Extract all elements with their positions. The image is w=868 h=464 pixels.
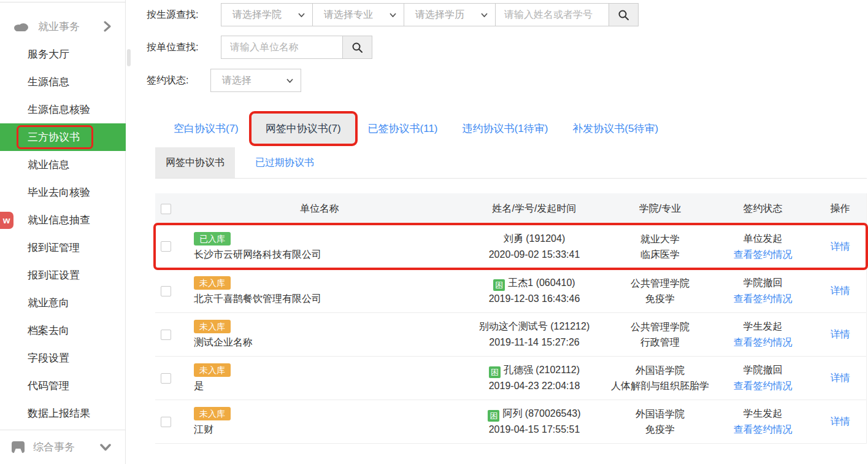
sidebar-section-employment[interactable]: 就业事务	[0, 12, 126, 41]
subtab-网签中协议书[interactable]: 网签中协议书	[155, 147, 235, 178]
sign-status: 学生发起	[712, 406, 813, 422]
initiated-time: 2019-04-15 17:55:51	[461, 422, 608, 438]
tab-网签中协议书(7)[interactable]: 网签中协议书(7)	[251, 114, 356, 144]
storage-status-badge: 未入库	[194, 407, 231, 420]
chevron-down-icon	[298, 13, 305, 17]
tab-label: 网签中协议书(7)	[266, 123, 341, 134]
sidebar-item-label: 档案去向	[28, 323, 69, 338]
sidebar-item-label: 字段设置	[28, 351, 69, 365]
chevron-right-icon	[104, 21, 111, 32]
status-filter-row: 请选择	[210, 69, 301, 92]
college-select-value: 请选择学院	[232, 9, 282, 21]
row-checkbox[interactable]	[161, 241, 171, 252]
table-row: 未入库 是 困孔德强 (2102112) 2019-04-23 22:04:18…	[155, 357, 866, 400]
unit-search-button[interactable]	[342, 36, 372, 59]
view-signing-link[interactable]: 查看签约情况	[712, 378, 813, 394]
header-action: 操作	[813, 203, 867, 215]
row-checkbox[interactable]	[161, 417, 171, 427]
tab-违约协议书(1待审)[interactable]: 违约协议书(1待审)	[450, 114, 561, 144]
degree-select[interactable]: 请选择学历	[404, 3, 496, 26]
row-checkbox[interactable]	[161, 373, 171, 384]
row-checkbox[interactable]	[161, 286, 171, 296]
sidebar-item-毕业去向核验[interactable]: 毕业去向核验	[0, 179, 126, 206]
tab-label: 空白协议书(7)	[174, 123, 239, 134]
sidebar-item-就业信息[interactable]: 就业信息	[0, 151, 126, 179]
sidebar-item-label: 毕业去向核验	[28, 185, 90, 199]
tab-补发协议书(5待审)[interactable]: 补发协议书(5待审)	[560, 114, 670, 144]
major-select[interactable]: 请选择专业	[312, 3, 404, 26]
sidebar-item-生源信息核验[interactable]: 生源信息核验	[0, 96, 126, 123]
detail-link[interactable]: 详情	[831, 241, 850, 252]
college-select[interactable]: 请选择学院	[221, 3, 313, 26]
sidebar-item-档案去向[interactable]: 档案去向	[0, 317, 126, 344]
notification-badge: w	[0, 212, 13, 229]
tab-label: 违约协议书(1待审)	[463, 123, 548, 134]
degree-select-value: 请选择学历	[415, 9, 464, 21]
major: 免疫学	[608, 291, 712, 306]
sidebar-item-就业信息抽查[interactable]: w 就业信息抽查	[0, 206, 126, 234]
detail-link[interactable]: 详情	[831, 373, 850, 383]
agreement-tabs: 空白协议书(7) 网签中协议书(7) 已签协议书(11) 违约协议书(1待审) …	[161, 114, 670, 144]
poverty-badge: 困	[493, 279, 505, 291]
header-company: 单位名称	[179, 203, 461, 215]
agreements-table: 单位名称 姓名/学号/发起时间 学院/专业 签约状态 操作 已入库 长沙市云研网…	[155, 193, 867, 444]
view-signing-link[interactable]: 查看签约情况	[712, 334, 813, 350]
sidebar-section-label: 就业事务	[38, 20, 80, 34]
sidebar-section-general[interactable]: 综合事务	[0, 430, 126, 464]
view-signing-link[interactable]: 查看签约情况	[712, 247, 813, 263]
detail-link[interactable]: 详情	[831, 285, 850, 296]
sidebar-item-数据上报结果[interactable]: 数据上报结果	[0, 400, 126, 427]
major: 临床医学	[608, 247, 712, 262]
initiated-time: 2019-04-23 22:04:18	[461, 378, 608, 394]
sidebar-item-报到证管理[interactable]: 报到证管理	[0, 234, 126, 261]
storage-status-badge: 未入库	[194, 320, 231, 333]
tab-空白协议书(7)[interactable]: 空白协议书(7)	[161, 114, 251, 144]
sidebar-item-三方协议书[interactable]: 三方协议书	[0, 123, 126, 151]
college: 公共管理学院	[608, 276, 712, 291]
subtab-已过期协议书[interactable]: 已过期协议书	[245, 147, 325, 178]
storage-status-badge: 未入库	[194, 276, 231, 290]
poverty-badge: 困	[489, 366, 501, 378]
student-name-id: 王杰1 (060410)	[508, 277, 575, 288]
sidebar-top-divider	[0, 2, 126, 2]
view-signing-link[interactable]: 查看签约情况	[712, 422, 813, 438]
table-row: 未入库 江财 困阿列 (870026543) 2019-04-15 17:55:…	[155, 400, 866, 444]
sidebar-item-label: 数据上报结果	[28, 406, 90, 420]
sidebar-item-label: 报到证管理	[28, 241, 80, 255]
sidebar-item-服务大厅[interactable]: 服务大厅	[0, 41, 126, 68]
header-name-id-time: 姓名/学号/发起时间	[461, 203, 608, 215]
sidebar: 就业事务 服务大厅 生源信息 生源信息核验 三方协议书 就业信息 毕业去向核验	[0, 0, 126, 464]
sign-status: 学生发起	[712, 319, 813, 334]
select-all-checkbox[interactable]	[161, 204, 171, 214]
unit-filter-row	[221, 36, 372, 59]
sidebar-scrollbar-thumb[interactable]	[127, 49, 131, 66]
view-signing-link[interactable]: 查看签约情况	[712, 291, 813, 307]
app-root: 就业事务 服务大厅 生源信息 生源信息核验 三方协议书 就业信息 毕业去向核验	[0, 0, 868, 464]
sidebar-item-label: 就业信息	[28, 158, 69, 172]
unit-search-input[interactable]	[221, 36, 343, 59]
search-icon	[351, 42, 363, 53]
sidebar-item-就业意向[interactable]: 就业意向	[0, 289, 126, 317]
detail-link[interactable]: 详情	[831, 329, 850, 339]
sidebar-item-字段设置[interactable]: 字段设置	[0, 344, 126, 372]
student-search-input[interactable]	[495, 3, 609, 26]
sign-status-select[interactable]: 请选择	[210, 69, 301, 92]
student-name-id: 刘勇 (191204)	[504, 233, 566, 244]
chevron-down-icon	[100, 444, 111, 451]
student-search-button[interactable]	[609, 3, 639, 26]
sidebar-item-代码管理[interactable]: 代码管理	[0, 372, 126, 400]
sign-status: 单位发起	[712, 231, 813, 247]
detail-link[interactable]: 详情	[831, 416, 850, 427]
tab-label: 补发协议书(5待审)	[572, 123, 658, 134]
tab-label: 已签协议书(11)	[368, 123, 438, 134]
sidebar-item-label: 代码管理	[28, 379, 69, 393]
header-college-major: 学院/专业	[608, 203, 712, 215]
chevron-down-icon	[481, 13, 488, 17]
table-row: 已入库 长沙市云研网络科技有限公司 刘勇 (191204) 2020-09-02…	[155, 224, 866, 269]
row-checkbox[interactable]	[161, 330, 171, 340]
sidebar-item-报到证设置[interactable]: 报到证设置	[0, 261, 126, 289]
table-body: 已入库 长沙市云研网络科技有限公司 刘勇 (191204) 2020-09-02…	[155, 224, 866, 444]
tab-已签协议书(11)[interactable]: 已签协议书(11)	[356, 114, 450, 144]
major: 人体解剖与组织胚胎学	[608, 378, 712, 393]
sidebar-item-生源信息[interactable]: 生源信息	[0, 68, 126, 96]
